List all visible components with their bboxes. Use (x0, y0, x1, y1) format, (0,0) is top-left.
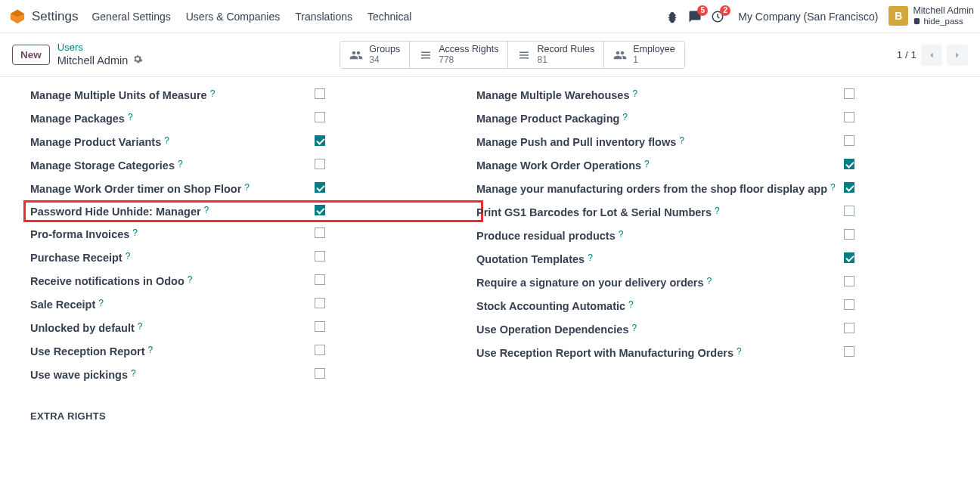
permission-checkbox[interactable] (315, 274, 325, 285)
help-icon[interactable]: ? (631, 323, 637, 333)
help-icon[interactable]: ? (138, 321, 143, 332)
permission-checkbox[interactable] (315, 88, 325, 99)
smart-button-groups[interactable]: Groups34 (340, 42, 410, 68)
debug-icon[interactable] (665, 10, 679, 23)
permission-checkbox[interactable] (315, 368, 325, 379)
users-icon (349, 48, 363, 62)
help-icon[interactable]: ? (98, 298, 104, 308)
permission-row: Purchase Receipt? (30, 246, 476, 269)
nav-link-users-companies[interactable]: Users & Companies (186, 11, 281, 23)
permission-label: Manage Push and Pull inventory flows? (476, 136, 684, 148)
permission-checkbox[interactable] (844, 346, 854, 357)
permission-row: Manage Multiple Warehouses? (476, 83, 923, 107)
user-sub-label: hide_pass (913, 17, 974, 26)
permission-checkbox[interactable] (315, 227, 325, 238)
permission-label: Pro-forma Invoices? (30, 228, 138, 240)
permission-label: Manage Packages? (30, 113, 133, 125)
permission-label: Manage your manufacturing orders from th… (476, 183, 836, 195)
permission-label: Quotation Templates? (476, 253, 593, 265)
smart-button-employee[interactable]: Employee1 (604, 42, 684, 68)
permission-row: Print GS1 Barcodes for Lot & Serial Numb… (476, 200, 923, 224)
permission-label: Sale Receipt? (30, 299, 104, 311)
permission-checkbox[interactable] (844, 88, 854, 99)
help-icon[interactable]: ? (178, 159, 183, 169)
permission-checkbox[interactable] (844, 206, 854, 216)
help-icon[interactable]: ? (644, 159, 650, 169)
permission-checkbox[interactable] (844, 229, 854, 240)
smart-button-record-rules[interactable]: Record Rules81 (508, 42, 604, 68)
smart-button-access-rights[interactable]: Access Rights778 (410, 42, 508, 68)
smart-buttons: Groups34 Access Rights778 Record Rules81… (340, 41, 685, 69)
help-icon[interactable]: ? (244, 182, 250, 193)
permission-checkbox[interactable] (315, 251, 325, 262)
permission-checkbox[interactable] (844, 323, 854, 333)
user-menu[interactable]: B Mitchell Admin hide_pass (889, 6, 974, 26)
activities-icon[interactable]: 2 (711, 10, 724, 23)
help-icon[interactable]: ? (210, 88, 216, 99)
user-name-label: Mitchell Admin (913, 6, 974, 17)
chevron-right-icon (952, 50, 963, 60)
help-icon[interactable]: ? (679, 135, 684, 146)
messages-icon[interactable]: 5 (688, 10, 702, 23)
help-icon[interactable]: ? (131, 368, 136, 379)
help-icon[interactable]: ? (164, 135, 169, 146)
help-icon[interactable]: ? (830, 182, 836, 193)
help-icon[interactable]: ? (128, 112, 133, 122)
company-switcher[interactable]: My Company (San Francisco) (738, 11, 878, 23)
permission-checkbox[interactable] (844, 159, 854, 169)
help-icon[interactable]: ? (188, 274, 193, 285)
control-panel: New Users Mitchell Admin Groups34 Access… (0, 33, 980, 77)
help-icon[interactable]: ? (622, 112, 628, 122)
help-icon[interactable]: ? (707, 276, 712, 286)
permission-label: Receive notifications in Odoo? (30, 275, 193, 287)
nav-link-technical[interactable]: Technical (368, 11, 411, 23)
permission-checkbox[interactable] (315, 345, 325, 355)
permission-checkbox[interactable] (315, 112, 325, 122)
permission-checkbox[interactable] (315, 298, 325, 308)
permission-checkbox[interactable] (315, 321, 325, 332)
pager-text[interactable]: 1 / 1 (897, 49, 916, 60)
help-icon[interactable]: ? (628, 299, 634, 310)
help-icon[interactable]: ? (126, 251, 131, 262)
users-icon (613, 48, 627, 62)
gear-icon[interactable] (132, 54, 143, 67)
help-icon[interactable]: ? (132, 227, 138, 238)
permission-label: Unlocked by default? (30, 322, 142, 334)
permission-row: Unlocked by default? (30, 316, 476, 339)
nav-link-translations[interactable]: Translations (295, 11, 352, 23)
pager-prev-button[interactable] (921, 45, 942, 66)
permission-checkbox[interactable] (844, 112, 854, 122)
permission-label: Manage Work Order timer on Shop Floor? (30, 183, 250, 195)
permission-row: Manage Push and Pull inventory flows? (476, 130, 923, 153)
permission-row: Manage Product Variants? (30, 130, 476, 153)
permission-checkbox[interactable] (315, 182, 325, 193)
top-nav: Settings General Settings Users & Compan… (0, 0, 980, 33)
permission-checkbox[interactable] (844, 135, 854, 146)
help-icon[interactable]: ? (715, 206, 720, 216)
help-icon[interactable]: ? (588, 252, 593, 263)
permission-checkbox[interactable] (844, 299, 854, 310)
permission-checkbox[interactable] (315, 135, 325, 146)
help-icon[interactable]: ? (737, 346, 742, 357)
permission-checkbox[interactable] (844, 182, 854, 193)
chevron-left-icon (926, 50, 937, 60)
help-icon[interactable]: ? (204, 205, 209, 215)
permission-row: Use Operation Dependencies? (476, 317, 923, 341)
permission-checkbox[interactable] (315, 159, 325, 169)
permission-checkbox[interactable] (844, 276, 854, 286)
nav-link-general-settings[interactable]: General Settings (91, 11, 170, 23)
permission-row: Manage Multiple Units of Measure? (30, 83, 476, 107)
permission-row: Use Reception Report with Manufacturing … (476, 341, 923, 364)
help-icon[interactable]: ? (147, 345, 153, 355)
help-icon[interactable]: ? (633, 88, 638, 99)
pager-next-button[interactable] (947, 45, 968, 66)
breadcrumb-users[interactable]: Users (57, 42, 143, 54)
permission-label: Use Reception Report? (30, 345, 153, 357)
app-logo[interactable] (9, 8, 26, 25)
permission-checkbox[interactable] (315, 205, 325, 215)
new-button[interactable]: New (12, 45, 50, 65)
help-icon[interactable]: ? (619, 229, 624, 240)
permission-row: Receive notifications in Odoo? (30, 269, 476, 292)
app-title[interactable]: Settings (32, 9, 78, 24)
permission-checkbox[interactable] (844, 252, 854, 263)
